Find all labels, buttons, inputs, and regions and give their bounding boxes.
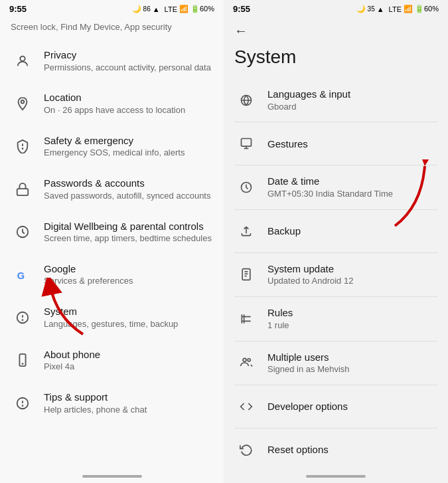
back-button[interactable]: ← [234, 23, 248, 39]
about-icon [11, 348, 35, 372]
svg-rect-16 [242, 139, 252, 147]
reset-icon [234, 438, 258, 462]
left-item-privacy[interactable]: Privacy Permissions, account activity, p… [0, 40, 224, 82]
right-item-developer[interactable]: Developer options [224, 385, 448, 428]
wellbeing-title: Digital Wellbeing & parental controls [44, 220, 213, 233]
location-icon [11, 92, 35, 116]
about-title: About phone [44, 348, 213, 361]
left-status-icons: 🌙 86 ▲ LTE 📶 🔋60% [132, 5, 214, 13]
languages-subtitle: Gboard [267, 102, 437, 113]
backup-icon [234, 219, 258, 243]
right-item-rules[interactable]: Rules 1 rule [224, 297, 448, 340]
privacy-subtitle: Permissions, account activity, personal … [44, 62, 213, 74]
multipleusers-icon [234, 351, 258, 375]
svg-point-1 [21, 100, 25, 104]
safety-subtitle: Emergency SOS, medical info, alerts [44, 147, 213, 159]
back-row: ← [224, 17, 448, 41]
right-content: ← System Languages & input Gboard Gestur… [224, 17, 448, 470]
svg-text:G: G [17, 270, 25, 280]
home-indicator-left [0, 470, 224, 483]
left-time: 9:55 [9, 4, 27, 14]
page-title: System [224, 41, 448, 78]
tips-icon [11, 391, 35, 415]
safety-title: Safety & emergency [44, 134, 213, 147]
right-time: 9:55 [233, 4, 250, 14]
multipleusers-title: Multiple users [267, 351, 437, 364]
datetime-subtitle: GMT+05:30 India Standard Time [267, 189, 437, 200]
left-item-about[interactable]: About phone Pixel 4a [0, 339, 224, 382]
rules-title: Rules [267, 306, 437, 320]
right-item-gestures[interactable]: Gestures [224, 122, 448, 165]
datetime-title: Date & time [267, 175, 437, 188]
right-item-languages[interactable]: Languages & input Gboard [224, 78, 448, 122]
languages-title: Languages & input [267, 88, 437, 101]
left-status-bar: 9:55 🌙 86 ▲ LTE 📶 🔋60% [0, 0, 224, 17]
left-item-passwords[interactable]: Passwords & accounts Saved passwords, au… [0, 168, 224, 211]
systemupdate-subtitle: Updated to Android 12 [267, 276, 437, 287]
svg-point-9 [23, 320, 23, 320]
right-item-reset[interactable]: Reset options [224, 429, 448, 470]
about-subtitle: Pixel 4a [44, 361, 213, 373]
svg-point-14 [23, 405, 23, 406]
wellbeing-subtitle: Screen time, app timers, bedtime schedul… [44, 233, 213, 244]
left-top-fade: Screen lock, Find My Device, App securit… [0, 17, 224, 40]
right-item-datetime[interactable]: Date & time GMT+05:30 India Standard Tim… [224, 165, 448, 209]
languages-icon [234, 88, 258, 112]
right-item-systemupdate[interactable]: System update Updated to Android 12 [224, 253, 448, 296]
left-item-wellbeing[interactable]: Digital Wellbeing & parental controls Sc… [0, 211, 224, 254]
left-settings-list: Privacy Permissions, account activity, p… [0, 40, 224, 470]
gestures-icon [234, 132, 258, 155]
gestures-title: Gestures [267, 138, 437, 151]
left-item-system[interactable]: System Languages, gestures, time, backup [0, 296, 224, 339]
right-status-icons: 🌙 35 ▲ LTE 📶 🔋60% [356, 5, 439, 13]
privacy-icon [11, 49, 35, 73]
safety-icon [11, 134, 35, 158]
left-item-safety[interactable]: Safety & emergency Emergency SOS, medica… [0, 126, 224, 168]
google-title: Google [44, 262, 213, 276]
systemupdate-title: System update [267, 262, 437, 276]
wellbeing-icon [11, 220, 35, 244]
home-indicator-right [224, 470, 448, 483]
backup-title: Backup [267, 225, 437, 238]
svg-point-24 [243, 359, 246, 362]
right-status-bar: 9:55 🌙 35 ▲ LTE 📶 🔋60% [224, 0, 448, 17]
system-title: System [44, 305, 213, 318]
passwords-icon [11, 177, 35, 201]
developer-title: Developer options [267, 400, 437, 413]
left-panel: 9:55 🌙 86 ▲ LTE 📶 🔋60% Screen lock, Find… [0, 0, 224, 483]
privacy-title: Privacy [44, 48, 213, 62]
passwords-title: Passwords & accounts [44, 177, 213, 190]
google-icon: G [11, 263, 35, 287]
google-subtitle: Services & preferences [44, 276, 213, 287]
reset-title: Reset options [267, 443, 437, 456]
developer-icon [234, 395, 258, 419]
svg-rect-4 [17, 189, 29, 195]
svg-point-0 [20, 56, 25, 60]
passwords-subtitle: Saved passwords, autofill, synced accoun… [44, 191, 213, 202]
systemupdate-icon [234, 262, 258, 286]
system-subtitle: Languages, gestures, time, backup [44, 319, 213, 330]
left-item-tips[interactable]: Tips & support Help articles, phone & ch… [0, 382, 224, 425]
datetime-icon [234, 175, 258, 199]
multipleusers-subtitle: Signed in as Mehvish [267, 364, 437, 375]
left-item-google[interactable]: G Google Services & preferences [0, 254, 224, 296]
system-icon [11, 306, 35, 330]
right-item-backup[interactable]: Backup [224, 210, 448, 252]
location-title: Location [44, 91, 213, 104]
location-subtitle: On · 26 apps have access to location [44, 105, 213, 116]
tips-subtitle: Help articles, phone & chat [44, 405, 213, 416]
rules-icon [234, 307, 258, 331]
svg-point-25 [248, 359, 250, 361]
tips-title: Tips & support [44, 391, 213, 404]
rules-subtitle: 1 rule [267, 320, 437, 332]
right-settings-list: Languages & input Gboard Gestures Date &… [224, 78, 448, 470]
right-panel: 9:55 🌙 35 ▲ LTE 📶 🔋60% ← System Language… [224, 0, 448, 483]
right-item-multipleusers[interactable]: Multiple users Signed in as Mehvish [224, 341, 448, 385]
left-item-location[interactable]: Location On · 26 apps have access to loc… [0, 82, 224, 125]
